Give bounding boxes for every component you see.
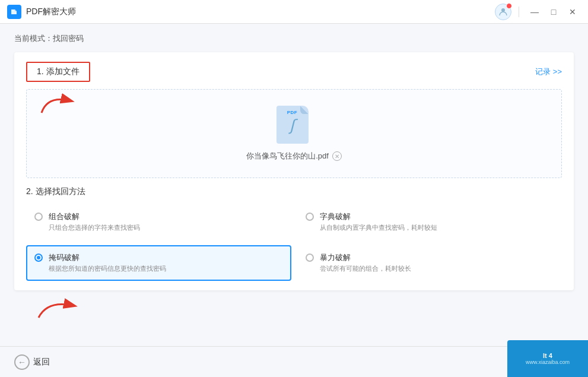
file-name-row: 你当像鸟飞往你的山.pdf ✕ <box>246 151 342 161</box>
pdf-icon: PDF ʃ <box>276 106 312 146</box>
arrow-mask <box>33 288 86 324</box>
window-controls: — □ ✕ <box>495 0 581 23</box>
pdf-page-shape: PDF ʃ <box>276 106 309 144</box>
user-avatar[interactable] <box>495 4 511 20</box>
method-mask-name: 掩码破解 <box>49 252 283 263</box>
footer: ← 返回 下一步 <box>0 346 588 377</box>
radio-brute <box>306 254 314 262</box>
back-button[interactable]: ← 返回 <box>14 354 50 370</box>
radio-mask <box>34 254 43 262</box>
file-name: 你当像鸟飞往你的山.pdf <box>246 151 329 161</box>
main-content: 当前模式：找回密码 1. 添加文件 记录 >> PDF ʃ 你当像鸟飞往你的山.… <box>0 24 588 377</box>
method-dictionary-info: 字典破解 从自制或内置字典中查找密码，耗时较短 <box>320 211 554 232</box>
step1-header: 1. 添加文件 记录 >> <box>26 62 562 82</box>
file-drop-zone[interactable]: PDF ʃ 你当像鸟飞往你的山.pdf ✕ <box>26 89 562 178</box>
method-brute-info: 暴力破解 尝试所有可能的组合，耗时较长 <box>320 252 554 273</box>
watermark: It 4 www.xiazaiba.com <box>507 340 588 377</box>
notification-badge <box>506 3 512 9</box>
remove-file-button[interactable]: ✕ <box>332 151 342 161</box>
back-label: 返回 <box>33 357 50 368</box>
method-grid: 组合破解 只组合您选择的字符来查找密码 字典破解 从自制或内置字典中查找密码，耗… <box>26 204 562 281</box>
method-dictionary-desc: 从自制或内置字典中查找密码，耗时较短 <box>320 223 554 232</box>
method-brute[interactable]: 暴力破解 尝试所有可能的组合，耗时较长 <box>297 245 562 280</box>
app-title: PDF解密大师 <box>26 7 76 17</box>
method-dictionary-name: 字典破解 <box>320 211 554 222</box>
method-combination-name: 组合破解 <box>49 211 283 222</box>
radio-combination <box>34 213 43 221</box>
method-brute-name: 暴力破解 <box>320 252 554 263</box>
svg-point-1 <box>501 8 505 12</box>
radio-dictionary <box>306 213 314 221</box>
title-bar: PDF解密大师 — □ ✕ <box>0 0 588 24</box>
watermark-line2: www.xiazaiba.com <box>526 359 570 365</box>
pdf-acrobat-symbol: ʃ <box>290 116 295 135</box>
mode-text: 当前模式：找回密码 <box>14 34 84 43</box>
method-combination-info: 组合破解 只组合您选择的字符来查找密码 <box>49 211 283 232</box>
minimize-button[interactable]: — <box>526 4 543 20</box>
method-dictionary[interactable]: 字典破解 从自制或内置字典中查找密码，耗时较短 <box>297 204 562 239</box>
content-card: 1. 添加文件 记录 >> PDF ʃ 你当像鸟飞往你的山.pdf ✕ 2. 选… <box>14 52 574 290</box>
app-logo <box>7 5 21 19</box>
method-mask-desc: 根据您所知道的密码信息更快的查找密码 <box>49 264 283 273</box>
step2-section: 2. 选择找回方法 组合破解 只组合您选择的字符来查找密码 字典破解 从自制或内… <box>14 178 574 290</box>
watermark-line1: It 4 <box>543 352 552 359</box>
close-button[interactable]: ✕ <box>564 4 581 20</box>
add-file-button[interactable]: 1. 添加文件 <box>26 62 90 82</box>
maximize-button[interactable]: □ <box>545 4 562 20</box>
method-mask-info: 掩码破解 根据您所知道的密码信息更快的查找密码 <box>49 252 283 273</box>
method-combination[interactable]: 组合破解 只组合您选择的字符来查找密码 <box>26 204 291 239</box>
step2-title: 2. 选择找回方法 <box>26 186 562 197</box>
mode-indicator: 当前模式：找回密码 <box>14 33 574 44</box>
step1-section: 1. 添加文件 记录 >> PDF ʃ 你当像鸟飞往你的山.pdf ✕ <box>14 52 574 178</box>
method-brute-desc: 尝试所有可能的组合，耗时较长 <box>320 264 554 273</box>
method-mask[interactable]: 掩码破解 根据您所知道的密码信息更快的查找密码 <box>26 245 291 280</box>
back-icon: ← <box>14 354 30 370</box>
method-combination-desc: 只组合您选择的字符来查找密码 <box>49 223 283 232</box>
pdf-label-text: PDF <box>285 109 300 116</box>
records-link[interactable]: 记录 >> <box>535 66 562 77</box>
divider <box>519 7 519 17</box>
